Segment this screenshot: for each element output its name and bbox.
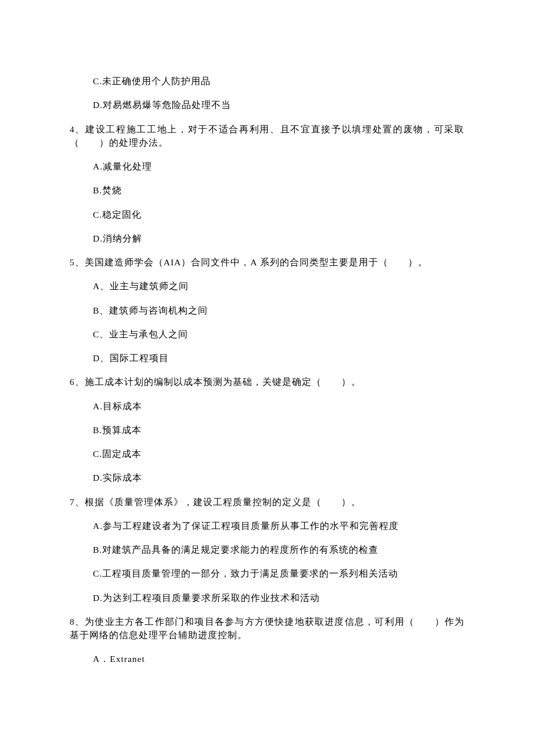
option-b: B.焚烧 bbox=[93, 183, 464, 197]
option-a: A.减量化处理 bbox=[93, 160, 464, 173]
option-c: C.固定成本 bbox=[93, 447, 464, 460]
question-8: 8、为使业主方各工作部门和项目各参与方方便快捷地获取进度信息，可利用（ ）作为基… bbox=[70, 615, 464, 642]
question-7: 7、根据《质量管理体系》，建设工程质量控制的定义是（ ）。 bbox=[70, 495, 464, 509]
option-d: D.为达到工程项目质量要求所采取的作业技术和活动 bbox=[93, 591, 464, 604]
option-b: B.对建筑产品具备的满足规定要求能力的程度所作的有系统的检查 bbox=[93, 543, 464, 556]
option-b: B.预算成本 bbox=[93, 423, 464, 437]
question-4: 4、建设工程施工工地上，对于不适合再利用、且不宜直接予以填埋处置的废物，可采取（… bbox=[70, 123, 464, 150]
option-d: D.消纳分解 bbox=[93, 232, 464, 245]
option-c: C.稳定固化 bbox=[93, 208, 464, 221]
question-5: 5、美国建造师学会（AIA）合同文件中，A 系列的合同类型主要是用于（ ）。 bbox=[70, 255, 464, 269]
option-a: A.目标成本 bbox=[93, 399, 464, 413]
option-a: A．Extranet bbox=[93, 652, 464, 665]
option-d: D、国际工程项目 bbox=[93, 351, 464, 365]
option-d: D.对易燃易爆等危险品处理不当 bbox=[93, 98, 464, 111]
option-d: D.实际成本 bbox=[93, 471, 464, 484]
option-a: A.参与工程建设者为了保证工程项目质量所从事工作的水平和完善程度 bbox=[93, 519, 464, 532]
option-c: C.未正确使用个人防护用品 bbox=[93, 74, 464, 88]
question-6: 6、施工成本计划的编制以成本预测为基础，关键是确定（ ）。 bbox=[70, 375, 464, 388]
option-a: A、业主与建筑师之间 bbox=[93, 279, 464, 293]
option-c: C.工程项目质量管理的一部分，致力于满足质量要求的一系列相关活动 bbox=[93, 567, 464, 580]
document-page: C.未正确使用个人防护用品 D.对易燃易爆等危险品处理不当 4、建设工程施工工地… bbox=[0, 0, 534, 723]
option-b: B、建筑师与咨询机构之间 bbox=[93, 304, 464, 317]
option-c: C、业主与承包人之间 bbox=[93, 327, 464, 341]
